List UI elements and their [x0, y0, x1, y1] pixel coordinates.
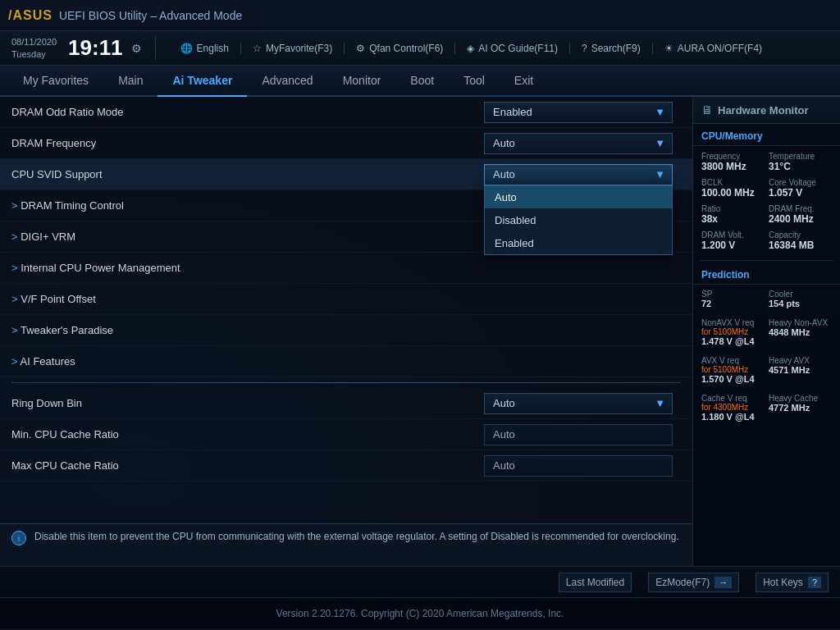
- core-voltage-cell: Core Voltage 1.057 V: [767, 176, 833, 201]
- setting-dram-freq: DRAM Frequency Auto ▼: [0, 128, 692, 159]
- option-enabled[interactable]: Enabled: [485, 232, 672, 254]
- cpu-memory-title: CPU/Memory: [693, 124, 840, 146]
- bottom-bar: Last Modified EzMode(F7) → Hot Keys ?: [0, 566, 840, 597]
- globe-icon: 🌐: [180, 43, 193, 54]
- setting-min-cpu-cache: Min. CPU Cache Ratio Auto: [0, 419, 692, 450]
- dram-freq-dropdown[interactable]: Auto ▼: [484, 133, 673, 154]
- setting-ai-features[interactable]: AI Features: [0, 346, 692, 377]
- cache-req-cell: Cache V req for 4300MHz 1.180 V @L4: [700, 392, 766, 423]
- main-layout: DRAM Odd Ratio Mode Enabled ▼ DRAM Frequ…: [0, 97, 840, 566]
- dram-volt-cell: DRAM Volt. 1.200 V: [700, 228, 766, 253]
- temperature-cell: Temperature 31°C: [767, 149, 833, 175]
- star-icon: ☆: [253, 43, 262, 54]
- cpu-svid-value: Auto ▼ Auto Disabled Enabled: [484, 164, 681, 185]
- last-modified-label: Last Modified: [566, 577, 624, 588]
- cpu-svid-dropdown[interactable]: Auto ▼: [484, 164, 673, 185]
- heavy-cache-cell: Heavy Cache 4772 MHz: [767, 392, 833, 423]
- option-disabled[interactable]: Disabled: [485, 209, 672, 232]
- dram-odd-dropdown[interactable]: Enabled ▼: [484, 102, 673, 123]
- pred-avx-row: AVX V req for 5100MHz 1.570 V @L4 Heavy …: [693, 351, 840, 389]
- search-link[interactable]: ? Search(F9): [570, 43, 653, 54]
- hot-keys-label: Hot Keys: [763, 577, 803, 588]
- hw-monitor-header: 🖥 Hardware Monitor: [693, 97, 840, 124]
- last-modified-button[interactable]: Last Modified: [559, 573, 632, 592]
- footer: Version 2.20.1276. Copyright (C) 2020 Am…: [0, 597, 840, 628]
- nav-tabs: My Favorites Main Ai Tweaker Advanced Mo…: [0, 66, 840, 97]
- setting-tweaker-paradise[interactable]: Tweaker's Paradise: [0, 315, 692, 346]
- asus-logo: /ASUS: [8, 8, 52, 23]
- setting-max-cpu-cache: Max CPU Cache Ratio Auto: [0, 450, 692, 482]
- ring-down-value: Auto ▼: [484, 393, 681, 414]
- dram-freq-value: Auto ▼: [484, 133, 681, 154]
- timebar: 08/11/2020 Tuesday 19:11 ⚙ 🌐 English ☆ M…: [0, 31, 840, 66]
- settings-list: DRAM Odd Ratio Mode Enabled ▼ DRAM Frequ…: [0, 97, 692, 482]
- setting-cpu-power[interactable]: Internal CPU Power Management: [0, 253, 692, 284]
- ratio-cell: Ratio 38x: [700, 202, 766, 227]
- language-selector[interactable]: 🌐 English: [169, 43, 241, 54]
- hw-divider: [700, 260, 833, 261]
- dram-freq-hw-cell: DRAM Freq. 2400 MHz: [767, 202, 833, 227]
- hw-monitor-title: Hardware Monitor: [718, 104, 809, 116]
- ai-oc-link[interactable]: ◈ AI OC Guide(F11): [455, 43, 570, 54]
- dram-odd-value: Enabled ▼: [484, 102, 681, 123]
- cpu-svid-label: CPU SVID Support: [11, 168, 484, 180]
- hot-keys-help-icon: ?: [808, 577, 821, 588]
- aura-icon: ☀: [664, 43, 673, 54]
- min-cpu-cache-label: Min. CPU Cache Ratio: [11, 428, 484, 441]
- tab-exit[interactable]: Exit: [500, 66, 548, 97]
- ez-mode-button[interactable]: EzMode(F7) →: [648, 573, 739, 592]
- nonavx-req-cell: NonAVX V req for 5100MHz 1.478 V @L4: [700, 317, 766, 348]
- hw-cpu-memory-grid: Frequency 3800 MHz Temperature 31°C BCLK…: [693, 146, 840, 257]
- dram-odd-label: DRAM Odd Ratio Mode: [11, 106, 484, 118]
- hot-keys-button[interactable]: Hot Keys ?: [756, 573, 829, 592]
- cpu-power-label: Internal CPU Power Management: [11, 262, 681, 274]
- aura-link[interactable]: ☀ AURA ON/OFF(F4): [653, 43, 774, 54]
- tab-main[interactable]: Main: [103, 66, 158, 97]
- chevron-down-icon: ▼: [655, 397, 665, 409]
- pred-sp-row: SP 72 Cooler 154 pts: [693, 285, 840, 313]
- frequency-cell: Frequency 3800 MHz: [700, 149, 766, 175]
- avx-req-cell: AVX V req for 5100MHz 1.570 V @L4: [700, 354, 766, 386]
- max-cpu-cache-value: Auto: [484, 455, 681, 477]
- heavy-avx-cell: Heavy AVX 4571 MHz: [767, 354, 833, 386]
- info-text: Disable this item to prevent the CPU fro…: [34, 529, 679, 544]
- ring-down-label: Ring Down Bin: [11, 397, 484, 409]
- prediction-title: Prediction: [693, 264, 840, 285]
- tab-ai-tweaker[interactable]: Ai Tweaker: [158, 66, 247, 97]
- timebar-divider: [155, 37, 156, 60]
- setting-ring-down: Ring Down Bin Auto ▼: [0, 388, 692, 419]
- my-favorite-link[interactable]: ☆ MyFavorite(F3): [241, 43, 345, 54]
- setting-cpu-svid: CPU SVID Support Auto ▼ Auto Disabled En…: [0, 159, 692, 190]
- max-cpu-cache-field[interactable]: Auto: [484, 455, 673, 477]
- tab-boot[interactable]: Boot: [395, 66, 449, 97]
- option-auto[interactable]: Auto: [485, 186, 672, 209]
- tab-monitor[interactable]: Monitor: [328, 66, 396, 97]
- ai-icon: ◈: [467, 43, 474, 54]
- pred-nonavx-row: NonAVX V req for 5100MHz 1.478 V @L4 Hea…: [693, 313, 840, 351]
- min-cpu-cache-field[interactable]: Auto: [484, 424, 673, 445]
- tab-tool[interactable]: Tool: [449, 66, 500, 97]
- section-separator: [11, 382, 681, 383]
- info-bar: i Disable this item to prevent the CPU f…: [0, 523, 692, 566]
- search-icon: ?: [582, 43, 587, 54]
- ez-mode-arrow-icon: →: [714, 577, 732, 588]
- header: /ASUS UEFI BIOS Utility – Advanced Mode: [0, 0, 840, 31]
- sp-cell: SP 72: [700, 288, 766, 310]
- logo-area: /ASUS UEFI BIOS Utility – Advanced Mode: [8, 8, 242, 23]
- chevron-down-icon: ▼: [655, 106, 665, 118]
- footer-text: Version 2.20.1276. Copyright (C) 2020 Am…: [276, 608, 564, 619]
- capacity-cell: Capacity 16384 MB: [767, 228, 833, 253]
- tab-advanced[interactable]: Advanced: [247, 66, 327, 97]
- timebar-links: 🌐 English ☆ MyFavorite(F3) ⚙ Qfan Contro…: [169, 43, 829, 54]
- time-display: 19:11: [68, 35, 123, 61]
- tab-my-favorites[interactable]: My Favorites: [8, 66, 103, 97]
- chevron-down-icon: ▼: [655, 168, 665, 180]
- ai-features-label: AI Features: [11, 355, 681, 368]
- qfan-link[interactable]: ⚙ Qfan Control(F6): [345, 43, 455, 54]
- setting-dram-odd: DRAM Odd Ratio Mode Enabled ▼: [0, 97, 692, 128]
- ring-down-dropdown[interactable]: Auto ▼: [484, 393, 673, 414]
- gear-icon[interactable]: ⚙: [131, 42, 142, 55]
- setting-vf-offset[interactable]: V/F Point Offset: [0, 284, 692, 315]
- fan-icon: ⚙: [356, 43, 365, 54]
- cooler-cell: Cooler 154 pts: [767, 288, 833, 310]
